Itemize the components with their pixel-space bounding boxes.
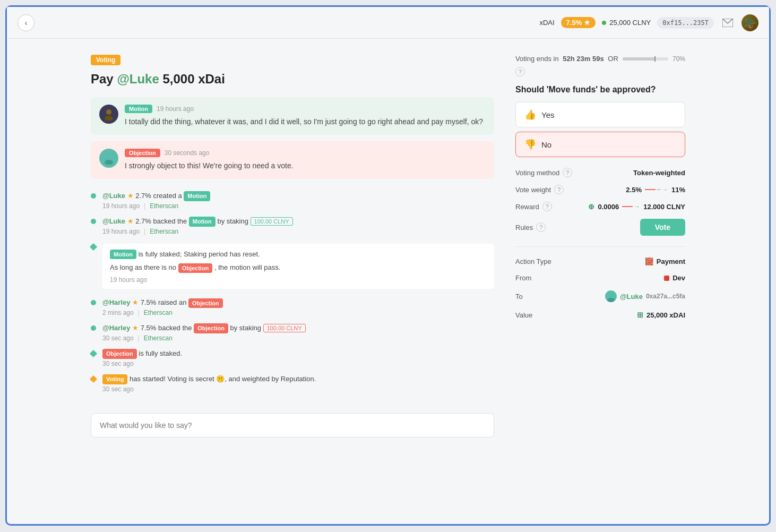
activity-text: @Harley ★ 7.5% raised an Objection xyxy=(102,297,494,308)
motion-inline-tag: Motion xyxy=(189,217,215,227)
svg-point-5 xyxy=(608,291,614,297)
stake-badge: 100.00 CLNY xyxy=(263,324,306,332)
activity-dot-icon xyxy=(91,193,96,199)
motion-inline-tag: Motion xyxy=(110,250,136,260)
yes-label: Yes xyxy=(541,110,554,119)
timer-marker xyxy=(654,56,656,62)
voting-timer: Voting ends in 52h 23m 59s OR 70% ? xyxy=(515,55,685,76)
action-type-value: Payment xyxy=(657,258,685,265)
objection-inline-tag: Objection xyxy=(102,349,137,359)
avatar[interactable]: 🪖 xyxy=(741,14,758,31)
vote-weight-help-icon[interactable]: ? xyxy=(554,185,564,194)
timer-fill xyxy=(623,57,654,61)
message-text: I totally did the thing, whatever it was… xyxy=(125,116,486,127)
left-panel: Voting Pay @Luke 5,000 xDai Motion 19 ho… xyxy=(91,55,494,437)
voting-inline-tag: Voting xyxy=(102,374,127,384)
svg-point-6 xyxy=(607,298,615,302)
svg-point-1 xyxy=(106,109,111,115)
voting-method-label: Voting method xyxy=(515,169,559,177)
stake-badge: 100.00 CLNY xyxy=(251,217,293,226)
vote-no-option[interactable]: 👎 No xyxy=(515,132,685,157)
motion-inline-tag: Motion xyxy=(184,191,210,201)
action-type-row: Action Type 🧱 Payment xyxy=(515,258,685,265)
vote-weight-row: Vote weight ? 2.5% → 11% xyxy=(515,185,685,194)
value-row: Value ⊞ 25,000 xDAI xyxy=(515,311,685,319)
motion-message: Motion 19 hours ago I totally did the th… xyxy=(91,97,494,135)
clny-balance: 25,000 CLNY xyxy=(602,19,651,27)
motion-tag: Motion xyxy=(125,105,152,113)
from-row: From Dev xyxy=(515,274,685,282)
rules-label: Rules xyxy=(515,224,533,231)
reward-help-icon[interactable]: ? xyxy=(542,202,552,211)
svg-point-3 xyxy=(106,153,111,159)
vote-weight-from: 2.5% xyxy=(626,186,642,194)
timer-progress-bar xyxy=(623,57,668,61)
from-value: Dev xyxy=(672,274,685,282)
vote-button[interactable]: Vote xyxy=(640,219,685,236)
vote-question: Should 'Move funds' be approved? xyxy=(515,85,685,95)
reward-to: 12.000 CLNY xyxy=(643,203,685,211)
to-address: 0xa27a...c5fa xyxy=(646,293,685,300)
diamond-icon xyxy=(90,243,97,251)
reward-from: 0.0006 xyxy=(598,203,619,211)
activity-item: Voting has started! Voting is secret 🤫, … xyxy=(91,371,494,396)
rules-row: Rules ? Vote xyxy=(515,219,685,236)
activity-item: @Harley ★ 7.5% backed the Objection by s… xyxy=(91,320,494,345)
diamond-icon xyxy=(90,350,97,357)
activity-block: Motion is fully staked; Staking period h… xyxy=(102,244,494,289)
rules-help-icon[interactable]: ? xyxy=(536,222,546,232)
back-button[interactable]: ‹ xyxy=(18,14,35,31)
vote-yes-option[interactable]: 👍 Yes xyxy=(515,102,685,127)
voting-method-row: Voting method ? Token-weighted xyxy=(515,168,685,177)
from-dot-icon xyxy=(664,276,669,281)
wallet-address[interactable]: 0xf15...235T xyxy=(657,17,714,29)
activity-item: @Luke ★ 2.7% created a Motion 19 hours a… xyxy=(91,187,494,213)
vote-details: Voting method ? Token-weighted Vote weig… xyxy=(515,168,685,236)
weight-arrow: → xyxy=(645,186,668,193)
to-mention: @Luke xyxy=(620,293,643,301)
etherscan-link[interactable]: Etherscan xyxy=(150,202,178,210)
chat-input-wrap xyxy=(91,413,494,437)
message-text: I strongly object to this! We're going t… xyxy=(125,160,486,171)
activity-list: @Luke ★ 2.7% created a Motion 19 hours a… xyxy=(91,187,494,396)
svg-point-4 xyxy=(105,160,113,165)
activity-text: Voting has started! Voting is secret 🤫, … xyxy=(102,374,494,384)
activity-text: @Luke ★ 2.7% backed the Motion by stakin… xyxy=(102,216,494,227)
clny-dot-icon xyxy=(602,21,606,25)
reward-arrow: → xyxy=(622,203,640,210)
payment-icon: 🧱 xyxy=(645,258,653,265)
reward-row: Reward ? ⊕ 0.0006 → 12.000 CLNY xyxy=(515,202,685,211)
divider xyxy=(515,246,685,247)
mail-icon[interactable] xyxy=(720,15,735,30)
timer-percentage: 70% xyxy=(672,55,685,63)
vote-weight-to: 11% xyxy=(671,186,685,194)
value-label: Value xyxy=(515,311,532,319)
header: ‹ xDAI 7.5% ★ 25,000 CLNY 0xf15...235T 🪖 xyxy=(7,7,769,39)
activity-item: @Harley ★ 7.5% raised an Objection 2 min… xyxy=(91,294,494,320)
objection-inline-tag: Objection xyxy=(188,298,223,308)
activity-item: @Luke ★ 2.7% backed the Motion by stakin… xyxy=(91,213,494,238)
thumbs-down-icon: 👎 xyxy=(524,139,536,150)
avatar xyxy=(99,105,118,124)
voting-status-badge: Voting xyxy=(91,55,120,65)
voting-method-help-icon[interactable]: ? xyxy=(563,168,572,177)
message-time: 30 seconds ago xyxy=(165,149,210,157)
chat-area: Motion 19 hours ago I totally did the th… xyxy=(91,97,494,437)
message-time: 19 hours ago xyxy=(157,105,194,113)
proposal-title: Pay @Luke 5,000 xDai xyxy=(91,72,494,87)
avatar xyxy=(99,149,118,168)
objection-inline-tag: Objection xyxy=(178,263,213,273)
to-row: To @Luke 0xa27a...c5fa xyxy=(515,290,685,302)
to-label: To xyxy=(515,293,523,301)
right-panel: Voting ends in 52h 23m 59s OR 70% ? Shou… xyxy=(515,55,685,437)
timer-help-icon[interactable]: ? xyxy=(515,67,525,76)
etherscan-link[interactable]: Etherscan xyxy=(150,228,178,235)
activity-dot-icon xyxy=(91,325,96,331)
svg-point-2 xyxy=(105,116,113,121)
etherscan-link[interactable]: Etherscan xyxy=(144,334,173,342)
etherscan-link[interactable]: Etherscan xyxy=(144,309,173,316)
activity-dot-icon xyxy=(91,219,96,224)
chat-input[interactable] xyxy=(91,413,494,437)
thumbs-up-icon: 👍 xyxy=(524,109,536,121)
activity-text: Objection is fully staked. xyxy=(102,348,494,359)
